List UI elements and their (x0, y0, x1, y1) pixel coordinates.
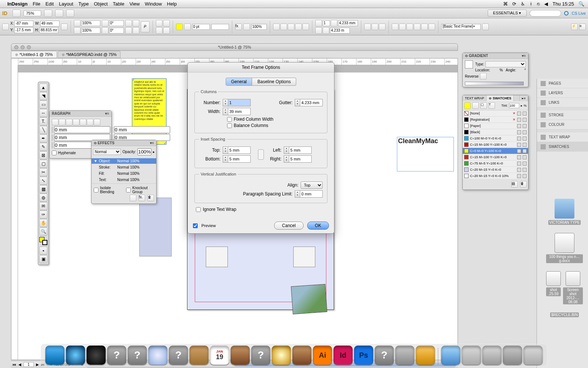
new-swatch-icon[interactable]: ▤ (511, 181, 518, 188)
stepper-icon[interactable]: ▲▼ (223, 108, 228, 115)
unknown-app-icon[interactable]: ? (128, 346, 147, 365)
swatch-item[interactable]: C=75 M=5 Y=100 K=0 (463, 160, 528, 167)
ignore-text-wrap-checkbox[interactable] (196, 207, 201, 212)
align-left-icon[interactable] (364, 24, 371, 30)
indesign-icon[interactable]: Id (334, 346, 353, 365)
bluetooth-icon[interactable]: ᚼ (530, 1, 533, 7)
gradient-type-dropdown[interactable] (485, 61, 526, 67)
placed-graphic-frame[interactable] (206, 247, 228, 267)
align-left-icon[interactable] (52, 119, 58, 125)
desktop-folder[interactable]: VICTORIAN TYPE (546, 199, 583, 225)
accessibility-icon[interactable]: ♿︎ (521, 1, 525, 7)
contacts-icon[interactable] (190, 346, 209, 365)
desktop-folder[interactable]: $RECYCLE.BIN (546, 312, 583, 317)
arrange-documents-icon[interactable] (66, 10, 74, 17)
swatch-item[interactable]: C=100 M=0 Y=0 K=0 (463, 135, 528, 142)
textwrap-jump-icon[interactable] (295, 24, 302, 30)
scissors-tool[interactable]: ✂ (39, 168, 47, 176)
dashboard-icon[interactable] (87, 346, 106, 365)
rotate-field[interactable] (109, 20, 124, 26)
rotate-ccw-icon[interactable] (133, 20, 139, 26)
flip-h-icon[interactable] (125, 27, 132, 34)
text-frame[interactable]: CleanMyMac (397, 137, 454, 171)
panel-menu-icon[interactable]: ▸≡ (520, 95, 528, 101)
dock-links[interactable]: LINKS (537, 98, 588, 107)
keychain-icon[interactable] (416, 346, 435, 365)
page-nav-next-icon[interactable]: ▶ (36, 362, 39, 367)
menubar-clock[interactable]: Thu 15:25 (552, 1, 574, 7)
opacity-field[interactable] (251, 24, 267, 30)
page-nav-first-icon[interactable]: ⏮ (12, 362, 16, 367)
indent-left-field[interactable] (54, 126, 110, 133)
hyphenate-checkbox[interactable] (52, 151, 57, 155)
dock-layers[interactable]: LAYERS (537, 88, 588, 98)
rotate-cw-icon[interactable] (125, 20, 132, 26)
hand-tool[interactable]: ✋ (39, 219, 47, 227)
type-tool[interactable]: T. (39, 117, 47, 125)
opacity-slider-icon[interactable]: ▸ (153, 150, 155, 154)
menu-window[interactable]: Window (145, 1, 162, 7)
align-right-icon[interactable] (379, 24, 386, 30)
ical-icon[interactable]: JAN19 (210, 346, 229, 365)
panel-menu-icon[interactable]: ▾≡ (150, 141, 154, 145)
dock-stack-icon[interactable] (483, 346, 502, 365)
inset-bottom-field[interactable] (228, 155, 251, 163)
menu-layout[interactable]: Layout (59, 1, 73, 7)
document-tab-active[interactable]: ⊗*Untitled-1 @ 75% (11, 51, 57, 58)
delete-swatch-icon[interactable]: 🗑 (520, 181, 527, 188)
dock-colour[interactable]: COLOUR (537, 120, 588, 130)
document-tab[interactable]: ⊗*MAGSPREAD.indd @ 75% (58, 51, 121, 58)
illustrator-icon[interactable]: Ai (313, 346, 332, 365)
gradient-feather-tool[interactable]: ◍ (39, 194, 47, 202)
stroke-swatch-icon[interactable] (184, 24, 191, 30)
delete-effect-icon[interactable]: 🗑 (147, 195, 154, 201)
dock-pages[interactable]: PAGES (537, 79, 588, 88)
placed-image[interactable] (291, 284, 327, 314)
opacity-field[interactable] (137, 148, 151, 155)
fx-icon[interactable]: fx. (139, 195, 145, 201)
blend-mode-dropdown[interactable]: Normal (93, 149, 121, 155)
select-container-icon[interactable] (156, 20, 162, 26)
menu-edit[interactable]: Edit (46, 1, 54, 7)
menu-help[interactable]: Help (167, 1, 177, 7)
textwrap-none-icon[interactable] (273, 24, 280, 30)
wifi-icon[interactable]: ⎋ (537, 1, 540, 7)
stepper-icon[interactable]: ▲▼ (295, 190, 300, 198)
column-width-field[interactable] (228, 108, 251, 115)
dock-stroke[interactable]: STROKE (537, 110, 588, 120)
gradient-preview-icon[interactable] (465, 60, 473, 68)
indent-right-field[interactable] (114, 126, 170, 133)
safari-icon[interactable] (148, 346, 168, 365)
shear-field[interactable] (109, 28, 124, 33)
fill-swatch-icon[interactable] (176, 24, 183, 30)
unknown-app-icon[interactable]: ? (251, 346, 270, 365)
stepper-icon[interactable]: ▲▼ (284, 146, 289, 154)
timemachine-icon[interactable]: ⟳ (512, 1, 516, 7)
center-content-icon[interactable] (414, 24, 420, 30)
garageband-icon[interactable] (293, 346, 312, 365)
textwrap-shape-icon[interactable] (288, 24, 294, 30)
spotlight-icon[interactable]: 🔍 (578, 1, 584, 7)
swatch-item[interactable]: [Black] (463, 129, 528, 135)
dock-stack-icon[interactable] (503, 346, 522, 365)
rectangle-frame-tool[interactable]: ⊠ (39, 151, 47, 159)
justify-center-icon[interactable] (80, 119, 86, 125)
inset-field[interactable] (330, 28, 350, 33)
page-tool[interactable]: ▭ (39, 100, 47, 109)
autofit-icon[interactable] (429, 24, 435, 30)
gap-tool[interactable]: ↔ (39, 109, 47, 117)
textwrap-jumpnext-icon[interactable] (302, 24, 309, 30)
fit-content-icon[interactable] (392, 24, 398, 30)
stroke-style-dropdown[interactable] (211, 24, 229, 30)
swatch-item[interactable]: C=15 M=100 Y=100 K=0 (463, 142, 528, 148)
scalex-field[interactable] (81, 20, 100, 26)
dock-stack-icon[interactable] (462, 346, 481, 365)
stroke-proxy-icon[interactable] (472, 102, 479, 109)
select-prev-icon[interactable] (156, 27, 162, 34)
y-field[interactable] (14, 27, 33, 33)
align-right-icon[interactable] (66, 119, 72, 125)
zoom-window-icon[interactable] (27, 45, 31, 49)
fill-stroke-proxy[interactable] (39, 237, 47, 245)
effects-target-row[interactable]: Fill:Normal 100% (92, 171, 156, 176)
preview-checkbox[interactable] (193, 223, 198, 228)
